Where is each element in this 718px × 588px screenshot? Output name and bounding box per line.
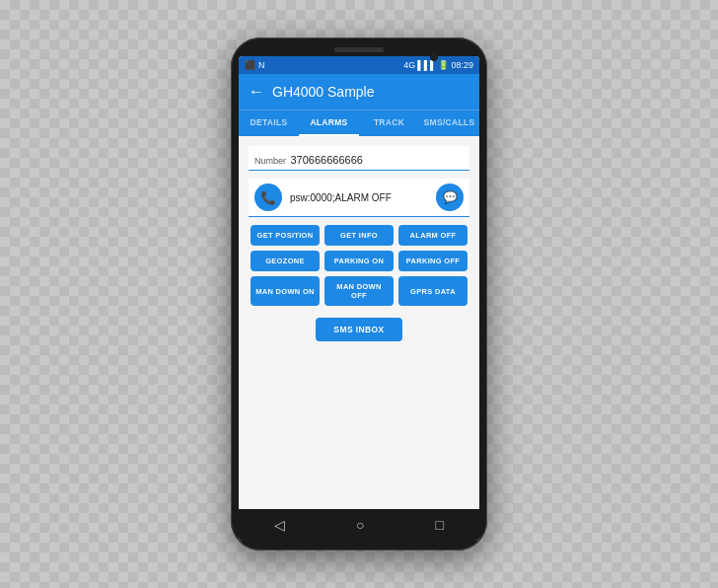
tab-details[interactable]: DETAILS [239, 110, 299, 136]
status-bar-left: ⬛ N [245, 60, 265, 70]
man-down-on-button[interactable]: MAN DOWN ON [251, 276, 320, 306]
signal-icon: ▌▌▌ [417, 60, 436, 70]
image-icon: ⬛ [245, 60, 255, 70]
tab-alarms[interactable]: ALARMS [299, 110, 359, 136]
tab-track[interactable]: TRACK [359, 110, 419, 136]
geozone-button[interactable]: GEOZONE [251, 251, 320, 271]
app-bar: ← GH4000 Sample [239, 74, 479, 110]
parking-off-button[interactable]: PARKING OFF [398, 251, 467, 271]
alarm-off-button[interactable]: ALARM OFF [398, 225, 467, 246]
phone-screen: ⬛ N 4G ▌▌▌ 🔋 08:29 ← GH4000 Sample DETAI… [239, 56, 479, 541]
status-bar-right: 4G ▌▌▌ 🔋 08:29 [403, 60, 473, 70]
sms-inbox-button[interactable]: SMS INBOX [316, 318, 401, 341]
action-buttons-grid: GET POSITION GET INFO ALARM OFF GEOZONE … [249, 225, 469, 306]
gprs-data-button[interactable]: GPRS DATA [398, 276, 467, 306]
battery-icon: 🔋 [438, 60, 449, 70]
sms-inbox-row: SMS INBOX [249, 318, 469, 341]
phone-speaker [334, 47, 384, 52]
number-value: 370666666666 [290, 154, 362, 166]
phone-camera [430, 53, 438, 61]
send-sms-button[interactable]: 💬 [436, 184, 464, 211]
network-label: 4G [403, 60, 415, 70]
back-button[interactable]: ← [249, 83, 264, 101]
message-icon: 💬 [443, 190, 458, 204]
get-info-button[interactable]: GET INFO [324, 225, 394, 246]
phone-device: ⬛ N 4G ▌▌▌ 🔋 08:29 ← GH4000 Sample DETAI… [231, 37, 487, 551]
button-row-1: GET POSITION GET INFO ALARM OFF [249, 225, 469, 246]
time-label: 08:29 [451, 60, 473, 70]
man-down-off-button[interactable]: MAN DOWN OFF [324, 276, 394, 306]
tab-sms-calls[interactable]: SMS/CALLS [419, 110, 479, 136]
number-label: Number [254, 156, 286, 166]
button-row-3: MAN DOWN ON MAN DOWN OFF GPRS DATA [249, 276, 469, 306]
bottom-navigation: ◁ ○ □ [239, 509, 479, 541]
status-bar: ⬛ N 4G ▌▌▌ 🔋 08:29 [239, 56, 479, 74]
phone-call-icon[interactable]: 📞 [254, 184, 282, 211]
tabs-bar: DETAILS ALARMS TRACK SMS/CALLS [239, 110, 479, 136]
sms-row: 📞 psw:0000;ALARM OFF 💬 [249, 179, 469, 217]
app-bar-title: GH4000 Sample [272, 84, 469, 100]
nav-home-button[interactable]: ○ [356, 517, 364, 533]
nav-recent-button[interactable]: □ [436, 517, 444, 533]
nav-back-button[interactable]: ◁ [274, 517, 285, 533]
nfc-icon: N [258, 60, 265, 70]
get-position-button[interactable]: GET POSITION [251, 225, 320, 246]
number-field: Number 370666666666 [249, 146, 469, 171]
button-row-2: GEOZONE PARKING ON PARKING OFF [249, 251, 469, 271]
phone-icon-symbol: 📞 [260, 190, 276, 205]
sms-command-text: psw:0000;ALARM OFF [290, 192, 428, 203]
main-content: Number 370666666666 📞 psw:0000;ALARM OFF… [239, 136, 479, 509]
parking-on-button[interactable]: PARKING ON [324, 251, 394, 271]
